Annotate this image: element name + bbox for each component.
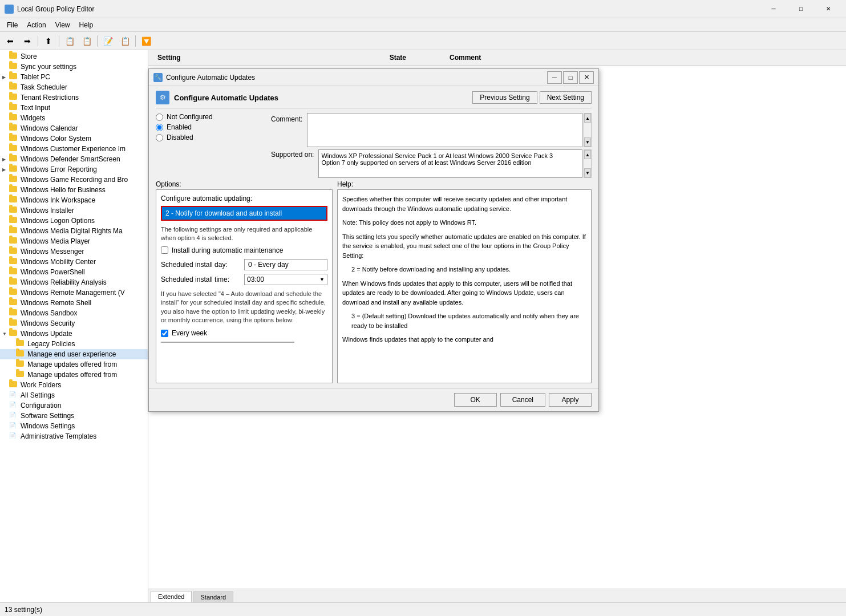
- sidebar-item-windows-reliability[interactable]: Windows Reliability Analysis: [0, 277, 148, 287]
- previous-setting-button[interactable]: Previous Setting: [472, 91, 537, 104]
- dropdown-selected-item[interactable]: 2 - Notify for download and auto install: [162, 207, 326, 220]
- comment-textarea[interactable]: [307, 113, 582, 147]
- up-button[interactable]: ⬆: [41, 34, 56, 48]
- sidebar-item-windows-defender[interactable]: ▶ Windows Defender SmartScreen: [0, 154, 148, 164]
- menu-action[interactable]: Action: [22, 20, 50, 30]
- dialog-subtitle-text: Configure Automatic Updates: [174, 94, 278, 102]
- radio-enabled-input[interactable]: [156, 124, 163, 131]
- apply-button[interactable]: Apply: [549, 393, 592, 407]
- sidebar-item-all-settings[interactable]: 📄 All Settings: [0, 390, 148, 400]
- sidebar-item-manage-updates-2[interactable]: Manage updates offered from: [0, 370, 148, 380]
- sidebar-item-windows-cust-exp[interactable]: Windows Customer Experience Im: [0, 144, 148, 154]
- every-week-checkbox[interactable]: [161, 330, 168, 337]
- sidebar-label: Windows Logon Options: [21, 217, 95, 225]
- app-icon: [5, 5, 14, 14]
- cancel-button[interactable]: Cancel: [500, 393, 545, 407]
- radio-not-configured-input[interactable]: [156, 114, 163, 121]
- sidebar-item-tablet-pc[interactable]: ▶ Tablet PC: [0, 72, 148, 82]
- supported-scrollbar: ▲ ▼: [584, 149, 592, 178]
- sidebar-item-text-input[interactable]: Text Input: [0, 103, 148, 113]
- sidebar: Store Sync your settings ▶ Tablet PC Tas…: [0, 50, 148, 602]
- sidebar-item-sync[interactable]: Sync your settings: [0, 62, 148, 72]
- sidebar-label: Widgets: [21, 114, 45, 122]
- scheduled-time-dropdown[interactable]: 03:00 ▼: [244, 274, 327, 285]
- back-button[interactable]: ⬅: [2, 34, 18, 48]
- sidebar-item-windows-color-system[interactable]: Windows Color System: [0, 133, 148, 144]
- radio-disabled-input[interactable]: [156, 134, 163, 141]
- sidebar-item-software-settings[interactable]: 📄 Software Settings: [0, 411, 148, 421]
- sidebar-item-windows-settings[interactable]: 📄 Windows Settings: [0, 421, 148, 431]
- sidebar-item-windows-remote-shell[interactable]: Windows Remote Shell: [0, 298, 148, 308]
- dialog-maximize-button[interactable]: □: [563, 71, 578, 84]
- sidebar-item-windows-mobility[interactable]: Windows Mobility Center: [0, 257, 148, 267]
- menu-help[interactable]: Help: [75, 20, 98, 30]
- sidebar-item-windows-logon[interactable]: Windows Logon Options: [0, 216, 148, 226]
- next-setting-button[interactable]: Next Setting: [540, 91, 592, 104]
- scroll-up-arrow[interactable]: ▲: [584, 150, 591, 159]
- sidebar-item-windows-error-reporting[interactable]: ▶ Windows Error Reporting: [0, 164, 148, 175]
- sidebar-item-configuration[interactable]: 📄 Configuration: [0, 400, 148, 411]
- minimize-button[interactable]: ─: [760, 0, 787, 18]
- configure-dropdown-list[interactable]: 2 - Notify for download and auto install: [161, 206, 327, 221]
- sidebar-item-tenant-restrictions[interactable]: Tenant Restrictions: [0, 92, 148, 103]
- tab-standard[interactable]: Standard: [193, 591, 233, 602]
- sidebar-item-windows-remote-mgmt[interactable]: Windows Remote Management (V: [0, 287, 148, 298]
- sidebar-item-windows-powershell[interactable]: Windows PowerShell: [0, 267, 148, 277]
- show-hide-button[interactable]: 📋: [62, 34, 78, 48]
- sidebar-item-manage-updates-1[interactable]: Manage updates offered from: [0, 359, 148, 370]
- tabs-bar: Extended Standard: [148, 589, 846, 602]
- folder-icon: [9, 268, 18, 276]
- sidebar-item-windows-security[interactable]: Windows Security: [0, 318, 148, 329]
- folder-icon: [9, 237, 18, 245]
- scroll-down-arrow[interactable]: ▼: [584, 137, 591, 147]
- folder-icon: [9, 63, 18, 71]
- ok-button[interactable]: OK: [454, 393, 497, 407]
- export-button[interactable]: 📋: [117, 34, 133, 48]
- sidebar-item-manage-end-user[interactable]: Manage end user experience: [0, 349, 148, 359]
- sidebar-item-widgets[interactable]: Widgets: [0, 113, 148, 123]
- sidebar-item-windows-ink[interactable]: Windows Ink Workspace: [0, 195, 148, 205]
- sidebar-item-windows-media-player[interactable]: Windows Media Player: [0, 236, 148, 246]
- install-maintenance-checkbox[interactable]: [161, 246, 168, 254]
- every-week-label: Every week: [172, 329, 207, 337]
- forward-button[interactable]: ➡: [19, 34, 35, 48]
- sidebar-item-legacy-policies[interactable]: Legacy Policies: [0, 339, 148, 349]
- sidebar-label: Windows Update: [21, 330, 72, 338]
- menu-file[interactable]: File: [2, 20, 22, 30]
- scroll-up-arrow[interactable]: ▲: [584, 114, 591, 123]
- folder-icon: [9, 114, 18, 122]
- sidebar-item-windows-hello[interactable]: Windows Hello for Business: [0, 185, 148, 195]
- status-bar: 13 setting(s): [0, 602, 846, 616]
- folder-icon: [9, 176, 18, 184]
- close-button[interactable]: ✕: [815, 0, 841, 18]
- sidebar-item-windows-game-recording[interactable]: Windows Game Recording and Bro: [0, 175, 148, 185]
- sidebar-item-windows-sandbox[interactable]: Windows Sandbox: [0, 308, 148, 318]
- folder-icon: [9, 289, 18, 297]
- sidebar-item-windows-update[interactable]: ▼ Windows Update: [0, 329, 148, 339]
- supported-box-container: Windows XP Professional Service Pack 1 o…: [318, 149, 592, 178]
- help-button[interactable]: 📝: [100, 34, 116, 48]
- sidebar-item-admin-templates[interactable]: 📄 Administrative Templates: [0, 431, 148, 441]
- properties-button[interactable]: 📋: [79, 34, 95, 48]
- sidebar-item-windows-installer[interactable]: Windows Installer: [0, 205, 148, 216]
- sidebar-item-windows-media-drm[interactable]: Windows Media Digital Rights Ma: [0, 226, 148, 236]
- filter-button[interactable]: 🔽: [138, 34, 154, 48]
- content-header: Setting State Comment: [148, 50, 846, 66]
- dialog-minimize-button[interactable]: ─: [547, 71, 562, 84]
- sidebar-label: Windows Sandbox: [21, 309, 77, 317]
- menu-view[interactable]: View: [51, 20, 75, 30]
- sidebar-item-work-folders[interactable]: Work Folders: [0, 380, 148, 390]
- tab-extended[interactable]: Extended: [151, 591, 192, 602]
- maximize-button[interactable]: □: [788, 0, 814, 18]
- sidebar-label: Windows Messenger: [21, 248, 84, 256]
- sidebar-item-task-scheduler[interactable]: Task Scheduler: [0, 82, 148, 92]
- radio-disabled-label: Disabled: [167, 133, 193, 141]
- dialog-title-bar: 🔧 Configure Automatic Updates ─ □ ✕: [149, 69, 598, 86]
- sidebar-item-windows-messenger[interactable]: Windows Messenger: [0, 246, 148, 257]
- sidebar-item-windows-calendar[interactable]: Windows Calendar: [0, 123, 148, 133]
- folder-icon: [9, 206, 18, 214]
- sidebar-item-store[interactable]: Store: [0, 51, 148, 62]
- sidebar-label: Windows Ink Workspace: [21, 196, 95, 204]
- dialog-close-button[interactable]: ✕: [579, 71, 594, 84]
- scroll-down-arrow[interactable]: ▼: [584, 168, 591, 177]
